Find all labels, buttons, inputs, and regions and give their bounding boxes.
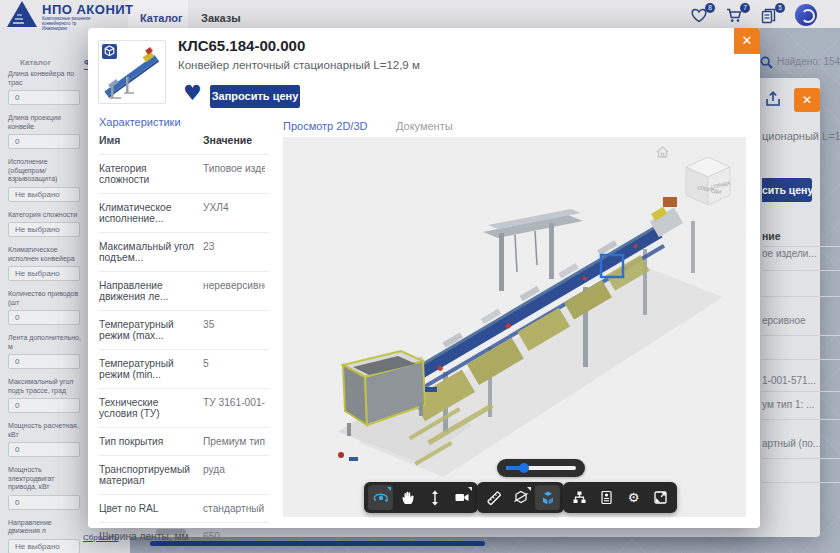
background-row-fragment: ое издели... bbox=[762, 248, 817, 259]
camera-options-triangle bbox=[468, 487, 472, 491]
pan-button[interactable] bbox=[395, 485, 420, 510]
characteristic-row: Ширина ленты, мм650 bbox=[99, 522, 269, 550]
filter-label: Длина конвейера по трас bbox=[8, 70, 82, 87]
characteristic-row: Цвет по RALстандартный ... bbox=[99, 494, 269, 522]
orbit-options-triangle bbox=[387, 487, 391, 491]
filter-input[interactable]: 0 bbox=[8, 310, 80, 325]
characteristic-name: Температурный режим (min... bbox=[99, 358, 203, 380]
favorites-count-badge: 8 bbox=[705, 3, 715, 13]
user-avatar[interactable] bbox=[795, 4, 817, 26]
filter-label: Мощность электродвигат привода, кВт bbox=[8, 466, 82, 492]
characteristic-name: Температурный режим (max... bbox=[99, 319, 203, 341]
orbit-button[interactable] bbox=[368, 485, 393, 510]
settings-button[interactable]: ⚙ bbox=[621, 485, 646, 510]
properties-button[interactable] bbox=[594, 485, 619, 510]
cart-button[interactable]: 7 bbox=[726, 8, 744, 24]
structure-button[interactable] bbox=[567, 485, 592, 510]
explode-slider[interactable] bbox=[497, 459, 585, 477]
characteristic-name: Категория сложности bbox=[99, 163, 203, 185]
filter-input[interactable]: 0 bbox=[8, 442, 80, 457]
characteristic-row: Тип покрытияПремиум тип ... bbox=[99, 427, 269, 455]
explode-button[interactable] bbox=[535, 485, 560, 510]
favorite-heart-icon[interactable]: ♥ bbox=[183, 81, 202, 105]
favorites-button[interactable]: 8 bbox=[691, 8, 709, 24]
characteristic-value: УХЛ4 bbox=[203, 202, 265, 224]
fit-vertical-button[interactable] bbox=[422, 485, 447, 510]
section-options-triangle bbox=[527, 487, 531, 491]
search-result-area: Найдено: 154 bbox=[760, 55, 773, 73]
background-request-price-button[interactable]: сить цену bbox=[762, 178, 812, 202]
gear-icon: ⚙ bbox=[628, 491, 640, 504]
share-upload-icon[interactable] bbox=[764, 90, 782, 108]
filter-input[interactable]: 0 bbox=[8, 90, 80, 105]
characteristic-name: Транспортируемый материал bbox=[99, 464, 203, 486]
filter-label: Мощность расчетная, кВт bbox=[8, 422, 82, 439]
filter-label: Направление движения л bbox=[8, 519, 82, 536]
filter-input[interactable]: 0 bbox=[8, 495, 80, 510]
characteristic-value: 23 bbox=[203, 241, 265, 263]
filter-select[interactable]: Не выбрано bbox=[8, 539, 80, 553]
characteristic-row: Температурный режим (max...35 bbox=[99, 310, 269, 349]
product-subtitle: Конвейер ленточный стационарный L=12,9 м bbox=[178, 59, 420, 71]
orders-button[interactable]: 5 bbox=[761, 8, 779, 24]
logo-title: НПО АКОНИТ bbox=[42, 2, 134, 17]
3d-viewer[interactable]: СПЕРЕДИ СПРАВА bbox=[283, 137, 746, 517]
filter-input[interactable]: 0 bbox=[8, 398, 80, 413]
characteristics-rows: Категория сложностиТиповое изде...Климат… bbox=[99, 154, 269, 550]
app-header: НПО АКОНИТ Комплексные решения конвейерн… bbox=[0, 0, 840, 28]
filter-select[interactable]: Не выбрано bbox=[8, 222, 80, 237]
characteristic-name: Направление движения ле... bbox=[99, 280, 203, 302]
fullscreen-button[interactable] bbox=[648, 485, 673, 510]
filter-label: Длина проекции конвейе bbox=[8, 114, 82, 131]
characteristic-name: Технические условия (ТУ) bbox=[99, 397, 203, 419]
filter-label: Количество приводов (шт bbox=[8, 290, 82, 307]
tab-documents[interactable]: Документы bbox=[396, 120, 453, 137]
slider-track[interactable] bbox=[506, 466, 576, 470]
home-view-icon[interactable] bbox=[655, 145, 670, 159]
camera-button[interactable] bbox=[449, 485, 474, 510]
background-row-fragment: артный (по... bbox=[762, 438, 821, 449]
background-modal-close-button[interactable]: ✕ bbox=[794, 88, 820, 112]
filter-input[interactable]: 0 bbox=[8, 354, 80, 369]
modal-tabs: Просмотр 2D/3D Документы bbox=[283, 116, 477, 139]
modal-close-button[interactable]: ✕ bbox=[734, 28, 760, 54]
product-title: КЛС65.184-00.000 bbox=[178, 37, 305, 54]
characteristics-table: Имя Значение Категория сложностиТиповое … bbox=[99, 128, 269, 550]
divider bbox=[762, 270, 840, 271]
background-value-header-fragment: ние bbox=[762, 230, 781, 242]
view-cube[interactable]: СПЕРЕДИ СПРАВА bbox=[684, 155, 732, 207]
filter-select[interactable]: Не выбрано bbox=[8, 187, 80, 202]
measure-button[interactable] bbox=[481, 485, 506, 510]
filter-select[interactable]: Не выбрано bbox=[8, 266, 80, 281]
name-column-header: Имя bbox=[99, 134, 203, 146]
viewer-toolbar-panels: ⚙ bbox=[563, 482, 677, 513]
filter-label: Максимальный угол подъ трассе, град bbox=[8, 378, 82, 395]
characteristic-value: 5 bbox=[203, 358, 265, 380]
structure-tree-icon bbox=[572, 490, 587, 505]
filter-list: Длина конвейера по трас0Длина проекции к… bbox=[8, 70, 82, 553]
found-count-label: Найдено: 154 bbox=[777, 56, 840, 67]
characteristic-value: 35 bbox=[203, 319, 265, 341]
slider-knob[interactable] bbox=[519, 463, 529, 473]
sidebar-tab-catalog[interactable]: Каталог bbox=[20, 58, 51, 67]
orders-count-badge: 5 bbox=[775, 3, 785, 13]
characteristic-value: Премиум тип ... bbox=[203, 436, 265, 447]
characteristic-row: Климатическое исполнение...УХЛ4 bbox=[99, 193, 269, 232]
filter-input[interactable]: 0 bbox=[8, 134, 80, 149]
section-button[interactable] bbox=[508, 485, 533, 510]
value-column-header: Значение bbox=[203, 134, 265, 146]
nav-item-catalog[interactable]: Каталог bbox=[140, 12, 183, 24]
characteristic-name: Климатическое исполнение... bbox=[99, 202, 203, 224]
request-price-button[interactable]: Запросить цену bbox=[210, 85, 300, 108]
search-icon[interactable] bbox=[760, 56, 773, 69]
product-detail-modal: ✕ КЛС65.184-00.000 Конвейер ленточный ст… bbox=[88, 28, 760, 528]
characteristic-name: Ширина ленты, мм bbox=[99, 531, 203, 542]
background-row-fragment: ерсивное bbox=[762, 315, 806, 326]
company-logo-icon bbox=[7, 1, 37, 27]
characteristics-table-header: Имя Значение bbox=[99, 128, 269, 154]
divider bbox=[762, 391, 840, 392]
nav-item-orders[interactable]: Заказы bbox=[201, 12, 241, 24]
divider bbox=[762, 419, 840, 420]
viewer-toolbar-tools bbox=[477, 482, 564, 513]
divider bbox=[762, 482, 840, 483]
